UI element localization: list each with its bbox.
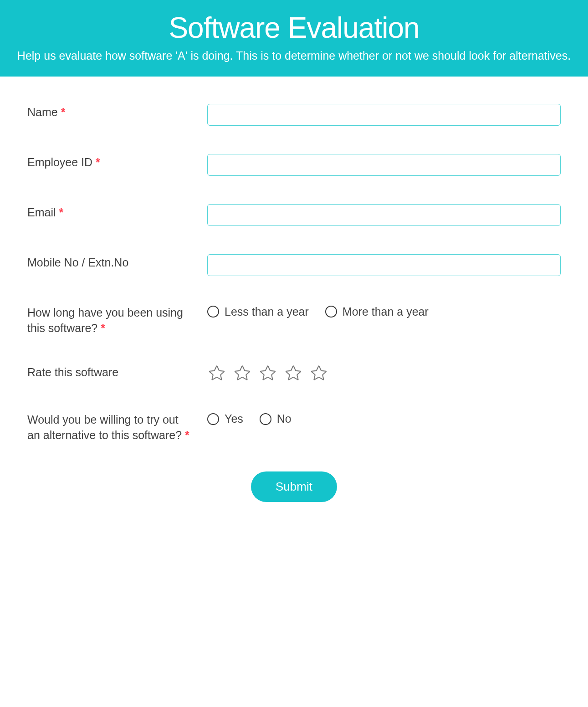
alternative-option-yes[interactable]: Yes — [207, 412, 243, 425]
radio-label: More than a year — [343, 305, 429, 318]
duration-option-less[interactable]: Less than a year — [207, 305, 309, 318]
radio-icon — [207, 413, 219, 425]
radio-icon — [325, 306, 337, 318]
field-employee-id: Employee ID * — [27, 154, 561, 176]
alternative-option-no[interactable]: No — [260, 412, 291, 425]
radio-icon — [260, 413, 271, 425]
field-alternative: Would you be willing to try out an alter… — [27, 411, 561, 443]
mobile-input[interactable] — [207, 254, 561, 276]
field-duration: How long have you been using this softwa… — [27, 304, 561, 336]
required-marker: * — [185, 429, 189, 441]
star-rating — [207, 364, 561, 383]
mobile-label: Mobile No / Extn.No — [27, 255, 194, 271]
form-header: Software Evaluation Help us evaluate how… — [0, 0, 588, 77]
duration-radio-group: Less than a year More than a year — [207, 304, 561, 318]
submit-container: Submit — [27, 471, 561, 502]
duration-label: How long have you been using this softwa… — [27, 305, 194, 336]
required-marker: * — [59, 206, 63, 219]
duration-option-more[interactable]: More than a year — [325, 305, 429, 318]
star-icon[interactable] — [258, 364, 277, 383]
alternative-radio-group: Yes No — [207, 411, 561, 425]
required-marker: * — [101, 322, 105, 334]
alternative-label: Would you be willing to try out an alter… — [27, 412, 194, 443]
name-label: Name * — [27, 105, 194, 120]
field-name: Name * — [27, 104, 561, 126]
email-label: Email * — [27, 205, 194, 220]
field-mobile: Mobile No / Extn.No — [27, 254, 561, 276]
radio-icon — [207, 306, 219, 318]
required-marker: * — [61, 106, 66, 118]
email-input[interactable] — [207, 204, 561, 226]
star-icon[interactable] — [284, 364, 303, 383]
radio-label: No — [277, 412, 291, 425]
form-body: Name * Employee ID * Email * — [0, 77, 588, 520]
name-input[interactable] — [207, 104, 561, 126]
employee-id-label: Employee ID * — [27, 155, 194, 170]
radio-label: Yes — [225, 412, 243, 425]
required-marker: * — [96, 156, 100, 169]
radio-label: Less than a year — [225, 305, 309, 318]
star-icon[interactable] — [309, 364, 328, 383]
field-email: Email * — [27, 204, 561, 226]
star-icon[interactable] — [233, 364, 252, 383]
rating-label: Rate this software — [27, 365, 194, 380]
form-subtitle: Help us evaluate how software 'A' is doi… — [9, 48, 579, 64]
submit-button[interactable]: Submit — [251, 471, 337, 502]
star-icon[interactable] — [207, 364, 226, 383]
employee-id-input[interactable] — [207, 154, 561, 176]
field-rating: Rate this software — [27, 364, 561, 383]
form-title: Software Evaluation — [9, 11, 579, 45]
